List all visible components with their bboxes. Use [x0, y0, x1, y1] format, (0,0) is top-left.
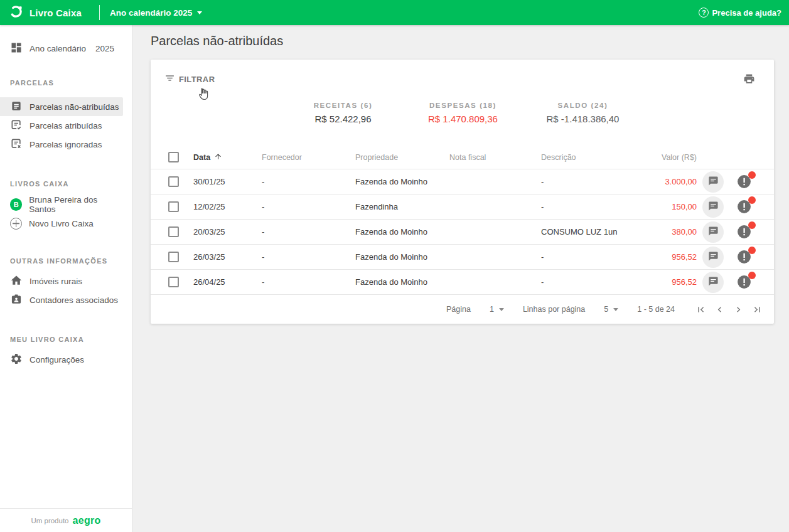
cell-fornecedor: - [262, 227, 355, 237]
section-label-parcelas: PARCELAS [0, 79, 132, 87]
help-link[interactable]: ? Precisa de ajuda? [699, 8, 789, 18]
summary-stats: RECEITAS (6) R$ 52.422,96 DESPESAS (18) … [283, 102, 643, 124]
dashboard-icon [10, 41, 23, 56]
page-select[interactable]: 1 [490, 305, 504, 314]
select-all-checkbox[interactable] [168, 152, 179, 162]
chat-button[interactable] [702, 171, 724, 193]
rows-per-page-select[interactable]: 5 [604, 305, 618, 314]
cell-fornecedor: - [262, 177, 355, 186]
column-header-descricao[interactable]: Descrição [541, 153, 652, 162]
chat-icon [708, 226, 719, 238]
rows-per-page-value: 5 [604, 305, 608, 314]
list-icon [10, 100, 23, 114]
gear-icon [10, 353, 23, 367]
chat-icon [708, 251, 719, 263]
alert-button[interactable] [736, 274, 753, 290]
home-icon [10, 274, 23, 289]
sidebar-item-imoveis-rurais[interactable]: Imóveis rurais [0, 272, 123, 290]
stat-label: SALDO (24) [523, 102, 643, 109]
top-app-bar: Livro Caixa Ano calendário 2025 ? Precis… [0, 0, 789, 25]
table-row[interactable]: 30/01/25 - Fazenda do Moinho - 3.000,00 [151, 169, 774, 194]
table-row[interactable]: 12/02/25 - Fazendinha - 150,00 [151, 194, 774, 219]
cell-descricao: - [541, 252, 652, 262]
list-x-icon [10, 137, 23, 152]
cell-valor: 956,52 [652, 277, 697, 287]
calendar-year-selector[interactable]: Ano calendário 2025 [110, 8, 202, 18]
sidebar-item-label: Contadores associados [30, 295, 118, 305]
row-checkbox[interactable] [168, 201, 179, 212]
cell-propriedade: Fazenda do Moinho [355, 252, 444, 262]
chat-icon [708, 176, 719, 188]
table-row[interactable]: 26/04/25 - Fazenda do Moinho - 956,52 [151, 269, 774, 294]
list-check-icon [10, 119, 23, 133]
sidebar-item-label: Parcelas atribuídas [30, 121, 102, 130]
alert-button[interactable] [736, 224, 753, 240]
chat-button[interactable] [702, 247, 724, 268]
stat-saldo: SALDO (24) R$ -1.418.386,40 [523, 102, 643, 124]
row-checkbox[interactable] [168, 226, 179, 237]
sidebar-item-configuracoes[interactable]: Configurações [0, 350, 123, 369]
alert-button[interactable] [736, 174, 753, 190]
cell-valor: 956,52 [652, 252, 697, 262]
cell-descricao: - [541, 177, 652, 186]
page-title: Parcelas não-atribuídas [151, 34, 283, 48]
sidebar-item-novo-livro-caixa[interactable]: Novo Livro Caixa [0, 214, 123, 233]
plus-circle-icon [10, 218, 22, 230]
cell-descricao: - [541, 202, 652, 211]
next-page-button[interactable] [732, 303, 745, 316]
sidebar-item-livro-caixa-bruna[interactable]: B Bruna Pereira dos Santos [0, 195, 123, 214]
sidebar-item-parcelas-atribuidas[interactable]: Parcelas atribuídas [0, 116, 123, 135]
filter-button[interactable]: FILTRAR [164, 73, 215, 85]
prev-page-icon [714, 304, 725, 315]
column-header-data[interactable]: Data [193, 152, 262, 162]
sidebar-item-contadores-associados[interactable]: Contadores associados [0, 290, 123, 309]
column-header-valor[interactable]: Valor (R$) [652, 153, 697, 162]
row-checkbox[interactable] [168, 176, 179, 187]
sidebar-item-parcelas-ignoradas[interactable]: Parcelas ignoradas [0, 135, 123, 154]
table-header: Data Fornecedor Propriedade Nota fiscal … [151, 146, 774, 169]
printer-icon [743, 77, 755, 87]
sidebar-item-calendar-year[interactable]: Ano calendário 2025 [0, 39, 123, 58]
alert-button[interactable] [736, 199, 753, 215]
cell-propriedade: Fazenda do Moinho [355, 227, 444, 237]
chat-button[interactable] [702, 272, 724, 293]
column-header-propriedade[interactable]: Propriedade [355, 153, 444, 162]
cell-descricao: CONSUMO LUZ 1un [541, 227, 652, 237]
row-checkbox[interactable] [168, 277, 179, 287]
pagination-bar: Página 1 Linhas por página 5 1 - 5 de 24 [151, 294, 774, 324]
section-label-livros-caixa: LIVROS CAIXA [0, 180, 132, 188]
row-checkbox[interactable] [168, 252, 179, 262]
chat-button[interactable] [702, 221, 724, 243]
caret-down-icon [613, 308, 618, 311]
next-page-icon [733, 304, 744, 315]
caret-down-icon [499, 308, 504, 311]
table-row[interactable]: 26/03/25 - Fazenda do Moinho - 956,52 [151, 244, 774, 269]
stat-despesas: DESPESAS (18) R$ 1.470.809,36 [403, 102, 523, 124]
first-page-button[interactable] [694, 303, 707, 316]
page-value: 1 [490, 305, 494, 314]
last-page-icon [752, 304, 763, 315]
chat-icon [708, 276, 719, 289]
alert-badge [748, 221, 756, 229]
alert-button[interactable] [736, 249, 753, 265]
page-label: Página [446, 305, 471, 314]
chat-button[interactable] [702, 196, 724, 218]
sidebar-item-parcelas-nao-atribuidas[interactable]: Parcelas não-atribuídas [0, 97, 123, 116]
section-label-meu-livro-caixa: MEU LIVRO CAIXA [0, 336, 132, 343]
chat-icon [708, 201, 719, 213]
table-row[interactable]: 20/03/25 - Fazenda do Moinho CONSUMO LUZ… [151, 219, 774, 244]
last-page-button[interactable] [751, 303, 764, 316]
sidebar: Ano calendário 2025 PARCELAS Parcelas nã… [0, 25, 132, 532]
alert-badge [748, 196, 756, 204]
print-button[interactable] [742, 72, 756, 88]
column-header-nota-fiscal[interactable]: Nota fiscal [444, 153, 541, 162]
column-header-fornecedor[interactable]: Fornecedor [262, 153, 355, 162]
sidebar-item-label: Parcelas ignoradas [30, 140, 102, 149]
cell-descricao: - [541, 277, 652, 287]
cell-fornecedor: - [262, 252, 355, 262]
prev-page-button[interactable] [713, 303, 726, 316]
cell-data: 12/02/25 [193, 202, 262, 211]
alert-icon [736, 207, 752, 216]
cell-propriedade: Fazenda do Moinho [355, 277, 444, 287]
sidebar-item-label: Ano calendário [30, 44, 86, 53]
